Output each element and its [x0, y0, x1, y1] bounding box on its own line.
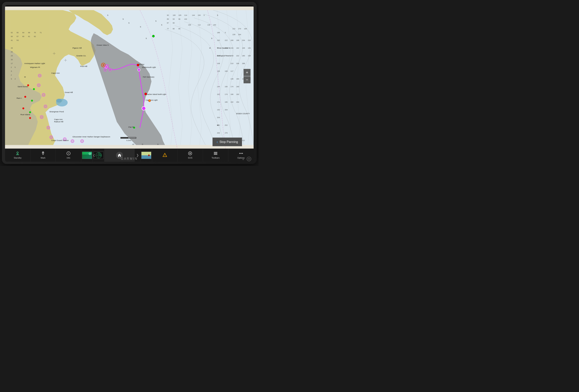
svg-text:Pool Hill: Pool Hill — [80, 65, 87, 67]
svg-text:89: 89 — [167, 18, 169, 20]
svg-point-125 — [71, 140, 74, 143]
svg-rect-181 — [121, 137, 128, 138]
toolbar-item-sos[interactable]: SOS — [178, 149, 203, 162]
svg-text:90: 90 — [173, 22, 175, 24]
svg-text:52: 52 — [11, 32, 13, 34]
svg-point-202 — [239, 153, 240, 154]
svg-text:Strangman Pond: Strangman Pond — [49, 111, 64, 113]
svg-text:198: 198 — [236, 39, 239, 41]
svg-text:S: S — [107, 14, 108, 16]
svg-text:204: 204 — [236, 63, 239, 65]
toolbar-item-mark[interactable]: Mark — [30, 149, 56, 162]
toolbar-item-chart-3[interactable] — [141, 149, 152, 162]
svg-text:180: 180 — [236, 86, 239, 88]
svg-text:Great Hill: Great Hill — [65, 91, 73, 93]
svg-text:28: 28 — [11, 47, 13, 49]
svg-text:S: S — [140, 26, 141, 28]
toolbars-label: Toolbars — [212, 157, 220, 159]
svg-text:S: S — [211, 37, 212, 39]
svg-point-122 — [47, 126, 50, 129]
svg-text:17: 17 — [11, 63, 13, 65]
svg-text:117: 117 — [230, 70, 233, 72]
svg-text:252: 252 — [225, 124, 227, 126]
led-indicator — [242, 159, 244, 160]
svg-text:198: 198 — [244, 28, 247, 30]
chart-svg: 90100105 114144150 S 899396 102 8790 108… — [5, 6, 254, 148]
svg-text:204: 204 — [225, 109, 227, 111]
svg-point-113 — [33, 88, 35, 90]
svg-text:186: 186 — [217, 32, 220, 34]
svg-text:S: S — [217, 14, 218, 16]
svg-text:144: 144 — [192, 14, 195, 16]
svg-text:20: 20 — [11, 59, 13, 61]
toolbar-item-standby[interactable]: Standby — [5, 149, 30, 162]
svg-text:210: 210 — [230, 63, 233, 65]
info-icon: i — [66, 151, 71, 156]
svg-point-203 — [240, 153, 241, 154]
svg-text:228: 228 — [232, 34, 235, 36]
svg-point-107 — [142, 107, 146, 110]
svg-text:138: 138 — [207, 24, 210, 26]
svg-point-117 — [38, 74, 41, 77]
toolbar-item-chart-2[interactable]: ❮ — [93, 149, 104, 162]
svg-text:69: 69 — [28, 32, 30, 34]
svg-text:192: 192 — [217, 39, 220, 41]
svg-point-112 — [29, 117, 31, 119]
svg-text:108: 108 — [225, 70, 227, 72]
svg-text:264: 264 — [217, 132, 220, 134]
svg-text:70: 70 — [34, 32, 36, 34]
svg-text:Cape Ann: Cape Ann — [51, 72, 60, 74]
mark-label: Mark — [41, 157, 45, 159]
zoom-out-button[interactable]: − — [244, 76, 251, 83]
svg-text:96: 96 — [179, 18, 180, 20]
svg-text:144: 144 — [217, 86, 220, 88]
garmin-device: 90100105 114144150 S 899396 102 8790 108… — [2, 2, 257, 164]
svg-rect-194 — [119, 156, 120, 157]
svg-point-129 — [106, 65, 109, 67]
svg-text:100: 100 — [173, 14, 176, 16]
svg-text:G: G — [142, 143, 143, 145]
svg-text:77: 77 — [167, 28, 169, 30]
svg-text:60: 60 — [22, 36, 24, 37]
toolbar-item-info[interactable]: i Info — [56, 149, 81, 162]
sos-icon — [188, 151, 192, 156]
svg-text:ESSEX COUNTY: ESSEX COUNTY — [236, 113, 250, 115]
garmin-brand-label: GARMIN — [121, 157, 138, 160]
stop-panning-button[interactable]: ‹ Stop Panning — [213, 137, 242, 146]
svg-text:156: 156 — [230, 47, 233, 49]
svg-text:222: 222 — [225, 39, 227, 41]
svg-text:h: h — [15, 66, 16, 68]
power-button[interactable] — [247, 157, 251, 161]
svg-text:204: 204 — [217, 117, 220, 119]
zoom-in-button[interactable]: + — [244, 69, 251, 76]
svg-point-115 — [29, 111, 31, 113]
svg-point-123 — [50, 136, 53, 139]
svg-point-186 — [43, 152, 44, 153]
svg-text:Granite Co.: Granite Co. — [76, 55, 86, 57]
toolbar-item-alert[interactable]: ! — [152, 149, 178, 162]
svg-point-177 — [145, 93, 147, 95]
svg-point-120 — [44, 105, 47, 108]
expand-icon: ❮ — [93, 154, 95, 157]
svg-text:204: 204 — [236, 101, 239, 103]
svg-text:55: 55 — [17, 32, 18, 34]
svg-text:270: 270 — [238, 28, 241, 30]
top-strip — [5, 5, 254, 6]
svg-text:M: M — [217, 124, 218, 126]
svg-text:288: 288 — [242, 63, 245, 65]
map-area[interactable]: 90100105 114144150 S 899396 102 8790 108… — [5, 6, 254, 148]
svg-text:Cape Ann: Cape Ann — [54, 118, 63, 120]
svg-text:Ocean View S: Ocean View S — [96, 44, 109, 46]
svg-text:276: 276 — [225, 132, 227, 134]
svg-text:M: M — [209, 47, 211, 49]
toolbar-item-chart-1[interactable] — [81, 149, 93, 162]
info-label: Info — [67, 157, 70, 159]
svg-text:162: 162 — [217, 93, 220, 95]
svg-text:Wigmam Pt: Wigmam Pt — [30, 66, 40, 68]
svg-text:204: 204 — [242, 39, 245, 41]
svg-text:2: 2 — [11, 66, 12, 68]
svg-text:i: i — [68, 152, 69, 155]
svg-text:108: 108 — [217, 63, 220, 65]
toolbar-item-toolbars[interactable]: Toolbars — [203, 149, 228, 162]
svg-text:Thacher Island North Light: Thacher Island North Light — [146, 93, 166, 95]
